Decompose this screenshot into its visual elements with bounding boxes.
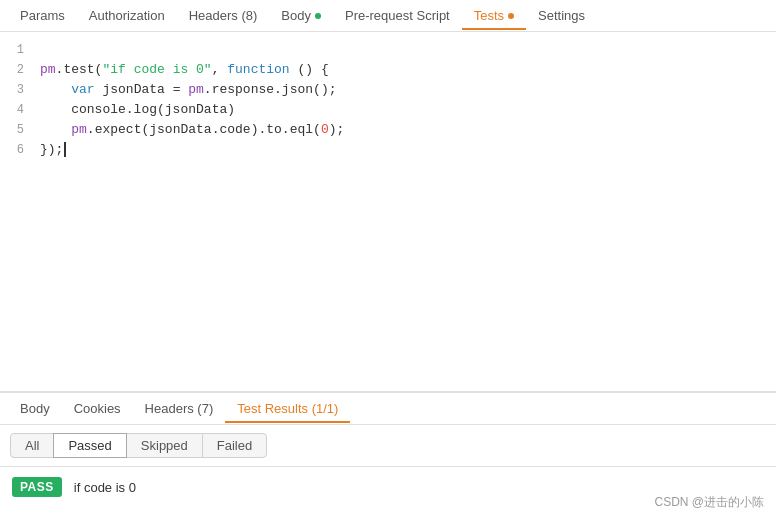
- code-line-1: 1: [0, 40, 776, 60]
- code-editor[interactable]: 1 2 pm.test("if code is 0", function () …: [0, 32, 776, 392]
- code-line-4: 4 console.log(jsonData): [0, 100, 776, 120]
- code-line-3: 3 var jsonData = pm.response.json();: [0, 80, 776, 100]
- tab-settings[interactable]: Settings: [526, 2, 597, 29]
- tab-prerequest[interactable]: Pre-request Script: [333, 2, 462, 29]
- filter-tab-bar: All Passed Skipped Failed: [0, 425, 776, 467]
- pass-badge: PASS: [12, 477, 62, 497]
- tab-authorization[interactable]: Authorization: [77, 2, 177, 29]
- code-line-6: 6 });: [0, 140, 776, 160]
- tab-tests[interactable]: Tests: [462, 2, 526, 29]
- resp-tab-test-results[interactable]: Test Results (1/1): [225, 395, 350, 422]
- tab-bar: Params Authorization Headers (8) Body Pr…: [0, 0, 776, 32]
- body-dot-icon: [315, 13, 321, 19]
- code-line-2: 2 pm.test("if code is 0", function () {: [0, 60, 776, 80]
- resp-tab-body[interactable]: Body: [8, 395, 62, 422]
- test-result-name: if code is 0: [74, 480, 136, 495]
- tests-dot-icon: [508, 13, 514, 19]
- tab-headers[interactable]: Headers (8): [177, 2, 270, 29]
- filter-skipped-button[interactable]: Skipped: [126, 433, 203, 458]
- tab-body[interactable]: Body: [269, 2, 333, 29]
- filter-passed-button[interactable]: Passed: [53, 433, 126, 458]
- watermark: CSDN @进击的小陈: [654, 494, 764, 511]
- filter-all-button[interactable]: All: [10, 433, 54, 458]
- resp-tab-headers[interactable]: Headers (7): [133, 395, 226, 422]
- resp-tab-cookies[interactable]: Cookies: [62, 395, 133, 422]
- response-tab-bar: Body Cookies Headers (7) Test Results (1…: [0, 393, 776, 425]
- filter-failed-button[interactable]: Failed: [202, 433, 267, 458]
- tab-params[interactable]: Params: [8, 2, 77, 29]
- code-line-5: 5 pm.expect(jsonData.code).to.eql(0);: [0, 120, 776, 140]
